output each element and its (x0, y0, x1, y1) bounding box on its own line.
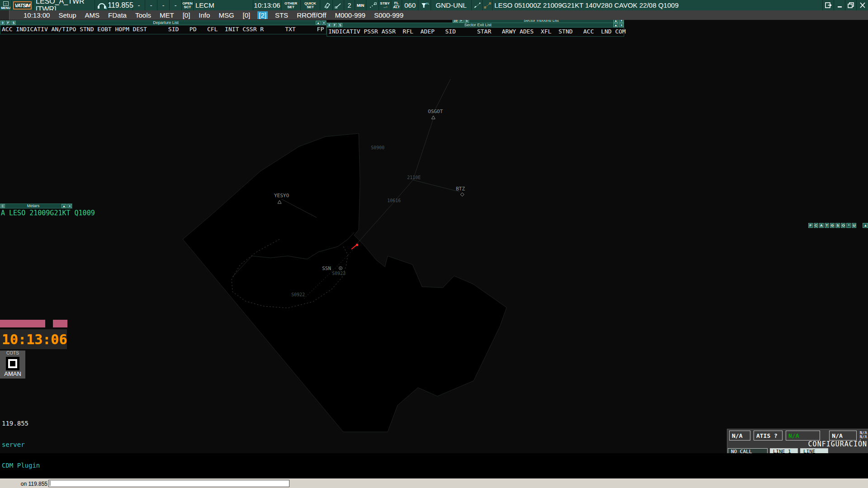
aircraft-target (356, 244, 358, 246)
aman-icon[interactable] (6, 357, 19, 370)
waypoint-label: BTZ (456, 186, 465, 192)
sector-exit-s-button[interactable]: S (338, 23, 342, 27)
headset-count: 1 (105, 6, 107, 9)
metars-close-icon[interactable]: × (67, 204, 72, 208)
toolbar-a-button[interactable]: A (819, 223, 824, 228)
range-value[interactable]: 2 (344, 0, 355, 10)
vatsim-logo-text: VATSIM (13, 1, 32, 9)
active-sector[interactable]: LECM (194, 0, 253, 10)
menu-bar-corner (0, 10, 9, 20)
line1-button[interactable]: LINE 1 (770, 448, 798, 453)
aman-label[interactable]: AMAN (4, 370, 21, 378)
menu-item-rroff[interactable]: RROff/Off (295, 11, 327, 19)
metars-collapse-icon[interactable]: ▲ (62, 204, 66, 208)
departure-list-collapse-icon[interactable]: ▲ (316, 21, 321, 25)
toolbar-t-button[interactable]: T (825, 223, 829, 228)
primary-frequency[interactable]: 119.855 (109, 0, 133, 10)
fl-alt-button[interactable]: FL ALT (391, 0, 402, 10)
menu-item-sts[interactable]: STS (274, 11, 289, 19)
filter-level-value[interactable]: 060 (402, 0, 418, 10)
toolbar-star-button[interactable]: * (846, 223, 851, 228)
no-call-button[interactable]: NO CALL (728, 448, 768, 453)
sector-exit-collapse-icon[interactable]: ▲ (613, 23, 618, 27)
chat-item-frequency[interactable]: 119.855 (2, 420, 40, 427)
map-faint-label: S0923 (332, 271, 346, 276)
eraser-icon[interactable] (320, 0, 333, 10)
toolbar-u-button[interactable]: U (852, 223, 856, 228)
metars-titlebar[interactable]: C Metars ▲ × (0, 204, 72, 208)
vatsim-logo[interactable]: VATSIM (12, 0, 33, 10)
departure-list-close-icon[interactable]: × (322, 21, 326, 25)
toolbar-g-button[interactable]: G (830, 223, 835, 228)
departure-list-s-button[interactable]: S (11, 21, 16, 25)
track-history-icon[interactable] (366, 0, 379, 10)
headset-icon[interactable]: 1 (95, 0, 109, 10)
chat-item-server[interactable]: server (2, 441, 40, 449)
menu-item-tools[interactable]: Tools (134, 11, 152, 19)
minimize-button[interactable] (835, 0, 845, 10)
exit-button[interactable] (823, 0, 834, 10)
toolbar-f-button[interactable]: F (808, 223, 813, 228)
frequency-slot-4[interactable]: - (170, 0, 182, 10)
leader-line-icon[interactable] (333, 0, 344, 10)
other-set-button[interactable]: OTHER SET (281, 0, 301, 10)
menu-item-mrange[interactable]: M000-999 (333, 11, 367, 19)
frequency-slot-2[interactable]: - (145, 0, 157, 10)
menu-item-met[interactable]: MET (158, 11, 175, 19)
menu-item-msg[interactable]: MSG (217, 11, 235, 19)
waypoint-label: SSN (322, 265, 331, 271)
toolbar-s-button[interactable]: S (835, 223, 840, 228)
departure-list-f-button[interactable]: F (6, 21, 10, 25)
menu-item-setup[interactable]: Setup (57, 11, 77, 19)
open-sct-button[interactable]: OPEN SCT (182, 0, 194, 10)
menu-item-time[interactable]: 10:13:00 (22, 11, 51, 19)
menu-item-met-count[interactable]: [0] (181, 11, 192, 19)
route-points-icon[interactable] (483, 0, 493, 10)
toolbar-collapse-icon[interactable]: ▲ (863, 223, 868, 228)
map-faint-label: 10616 (387, 198, 401, 203)
menu-item-msg-count[interactable]: [0] (242, 11, 252, 19)
frequency-slot-3[interactable]: - (157, 0, 170, 10)
radar-map[interactable]: S09002110E10616S0923S0922OSGOTYESYOBTZSS… (0, 0, 868, 488)
atis-field-1[interactable]: N/A (729, 431, 750, 441)
command-input[interactable] (48, 480, 289, 487)
menu-item-info[interactable]: Info (197, 11, 211, 19)
sector-exit-titlebar[interactable]: 0 F S Sector Exit List ▲ × (327, 23, 624, 28)
sector-exit-count-button[interactable]: 0 (327, 23, 332, 27)
chat-item-cdm-plugin[interactable]: CDM Plugin (2, 462, 40, 469)
sector-exit-close-icon[interactable]: × (619, 23, 624, 27)
callsign-display[interactable]: LESO_A_TWR [TWR] (33, 0, 95, 10)
departure-list-titlebar[interactable]: 0 F S Departure List ▲ × (0, 20, 327, 25)
chat-channel-list: 119.855 server CDM Plugin vSACTA CCAMS M… (2, 406, 40, 488)
toolbar-c-button[interactable]: C (814, 223, 818, 228)
stby-button[interactable]: STBY →▫ (379, 0, 391, 10)
close-button[interactable] (857, 0, 868, 10)
map-faint-label: 2110E (407, 175, 421, 180)
clock-time: 10:13:06 (0, 332, 67, 347)
metars-title: Metars (5, 204, 61, 208)
sector-exit-f-button[interactable]: F (332, 23, 337, 27)
line2-button[interactable]: LINE (800, 448, 828, 453)
configuration-label[interactable]: CONFIGURACIÓN (727, 441, 868, 448)
menu-item-fdata[interactable]: FData (107, 11, 128, 19)
filter-funnel-icon[interactable]: FL (418, 0, 431, 10)
menu-arrows-icon: ↔ (3, 1, 9, 6)
toolbar-o-button[interactable]: O (841, 223, 845, 228)
menu-item-unread-count[interactable]: [2] (257, 11, 268, 19)
departure-list-count-button[interactable]: 0 (0, 21, 5, 25)
vertical-band[interactable]: GND-UNL (431, 0, 472, 10)
frequency-slot-1[interactable]: - (133, 0, 145, 10)
menu-button[interactable]: ↔ MENU (0, 0, 12, 10)
metars-c-button[interactable]: C (0, 204, 5, 208)
quick-set-button[interactable]: QUICK SET (301, 0, 320, 10)
route-draw-icon[interactable] (472, 0, 483, 10)
atis-field-4[interactable]: N/A (829, 431, 856, 441)
restore-button[interactable] (846, 0, 857, 10)
menu-item-srange[interactable]: S000-999 (373, 11, 405, 19)
atis-letter-field[interactable]: N/A (786, 431, 820, 441)
min-button[interactable]: MIN (355, 0, 366, 10)
command-bar-label: on 119.855 (18, 481, 47, 487)
pink-strip-1 (0, 320, 45, 327)
atis-status-button[interactable]: ATIS ? (754, 431, 783, 441)
menu-item-ams[interactable]: AMS (84, 11, 101, 19)
